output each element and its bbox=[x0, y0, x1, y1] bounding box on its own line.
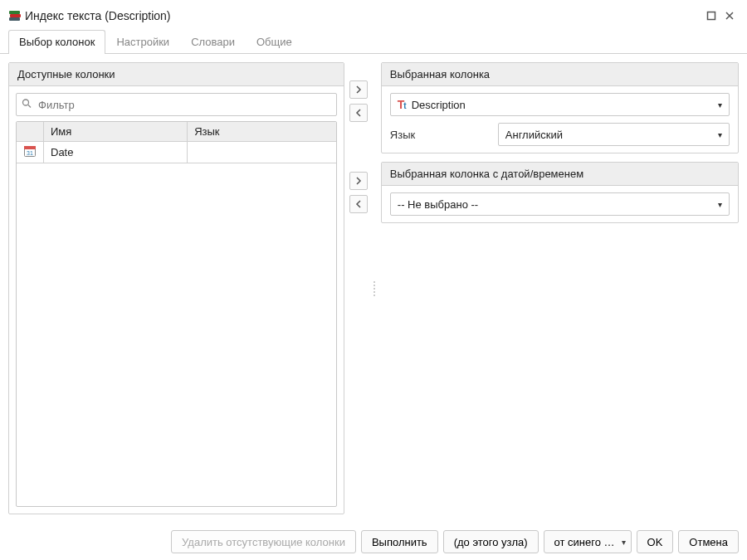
tab-content: Доступные колонки Имя Язык bbox=[0, 54, 747, 523]
chevron-left-icon bbox=[355, 200, 362, 208]
close-button[interactable] bbox=[720, 7, 739, 25]
execute-button[interactable]: Выполнить bbox=[361, 530, 438, 553]
app-icon bbox=[8, 9, 22, 22]
chevron-right-icon bbox=[355, 85, 362, 94]
available-columns-table[interactable]: Имя Язык 31 bbox=[16, 121, 337, 507]
button-bar: Удалить отсутствующие колонки Выполнить … bbox=[0, 523, 747, 560]
language-row: Язык Английский ▾ bbox=[390, 123, 730, 146]
search-icon bbox=[22, 99, 32, 111]
move-right-datetime-button[interactable] bbox=[349, 172, 368, 190]
row-icon-cell: 31 bbox=[17, 142, 44, 163]
selected-column-value: Description bbox=[412, 99, 466, 111]
right-panel: Выбранная колонка Tt Description ▾ Язык … bbox=[381, 62, 739, 514]
transfer-buttons bbox=[349, 62, 368, 514]
row-name-cell: Date bbox=[44, 142, 188, 163]
svg-rect-6 bbox=[25, 147, 36, 149]
datetime-column-header: Выбранная колонка с датой/временем bbox=[382, 163, 738, 186]
filter-wrapper bbox=[16, 93, 337, 116]
titlebar: Индекс текста (Description) bbox=[0, 0, 747, 27]
tab-common[interactable]: Общие bbox=[246, 30, 303, 54]
move-left-datetime-button[interactable] bbox=[349, 195, 368, 213]
chevron-down-icon: ▾ bbox=[718, 130, 722, 139]
table-row[interactable]: 31 Date bbox=[17, 142, 336, 163]
close-icon bbox=[725, 11, 735, 21]
move-right-button[interactable] bbox=[349, 80, 368, 99]
datetime-combo[interactable]: -- Не выбрано -- ▾ bbox=[390, 192, 730, 216]
svg-rect-3 bbox=[708, 12, 715, 20]
chevron-right-icon bbox=[355, 177, 362, 185]
svg-rect-0 bbox=[9, 11, 20, 14]
cancel-button[interactable]: Отмена bbox=[678, 530, 739, 553]
row-lang-cell bbox=[188, 142, 336, 163]
selected-column-group: Выбранная колонка Tt Description ▾ Язык … bbox=[381, 62, 739, 153]
splitter[interactable] bbox=[373, 62, 376, 514]
ok-button[interactable]: OK bbox=[637, 530, 674, 553]
dialog-window: Индекс текста (Description) Выбор колоно… bbox=[0, 0, 747, 560]
language-combo[interactable]: Английский ▾ bbox=[498, 123, 730, 146]
available-columns-header: Доступные колонки bbox=[9, 63, 344, 86]
svg-rect-1 bbox=[10, 14, 21, 17]
maximize-icon bbox=[706, 11, 716, 21]
datetime-value: -- Не выбрано -- bbox=[398, 198, 478, 211]
chevron-left-icon bbox=[355, 109, 362, 117]
col-header-icon[interactable] bbox=[17, 122, 44, 142]
svg-point-4 bbox=[23, 100, 29, 105]
scope-dropdown[interactable]: от синего … bbox=[544, 530, 632, 553]
available-columns-panel: Доступные колонки Имя Язык bbox=[8, 62, 344, 514]
chevron-down-icon: ▾ bbox=[718, 200, 722, 209]
move-left-button[interactable] bbox=[349, 104, 368, 122]
col-header-lang[interactable]: Язык bbox=[188, 122, 336, 142]
selected-column-header: Выбранная колонка bbox=[382, 63, 738, 86]
maximize-button[interactable] bbox=[702, 7, 720, 25]
datetime-column-group: Выбранная колонка с датой/временем -- Не… bbox=[381, 162, 739, 223]
calendar-icon: 31 bbox=[23, 144, 37, 158]
window-title: Индекс текста (Description) bbox=[25, 9, 171, 22]
selected-column-combo[interactable]: Tt Description ▾ bbox=[390, 93, 730, 116]
tab-columns[interactable]: Выбор колонок bbox=[8, 30, 105, 54]
language-value: Английский bbox=[505, 129, 563, 141]
language-label: Язык bbox=[390, 129, 490, 141]
svg-rect-2 bbox=[9, 17, 20, 21]
tab-dictionaries[interactable]: Словари bbox=[180, 30, 246, 54]
until-node-button[interactable]: (до этого узла) bbox=[443, 530, 539, 553]
text-type-icon: Tt bbox=[398, 98, 407, 111]
remove-missing-button[interactable]: Удалить отсутствующие колонки bbox=[171, 530, 356, 553]
chevron-down-icon: ▾ bbox=[718, 100, 722, 110]
svg-text:31: 31 bbox=[27, 150, 33, 156]
col-header-name[interactable]: Имя bbox=[44, 122, 188, 142]
tab-settings[interactable]: Настройки bbox=[105, 30, 180, 54]
filter-input[interactable] bbox=[16, 93, 337, 116]
tab-bar: Выбор колонок Настройки Словари Общие bbox=[0, 27, 747, 54]
